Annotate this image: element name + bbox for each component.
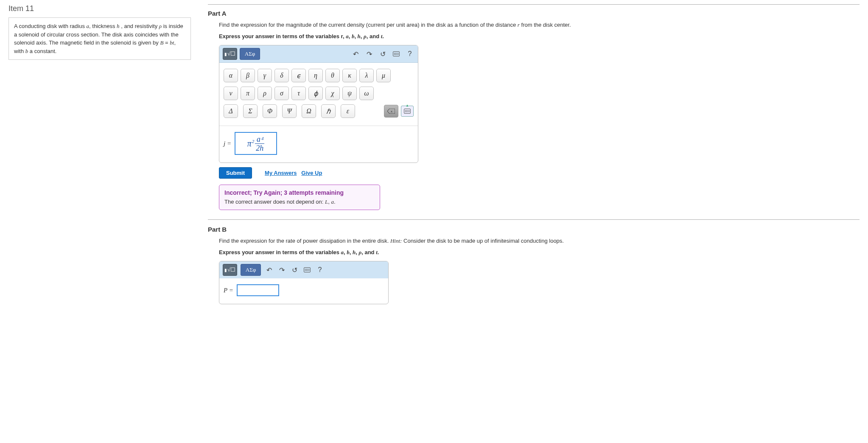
part-b-express: Express your answer in terms of the vari… (219, 249, 860, 256)
answer-label-a: j = (224, 140, 231, 147)
greek-char-button[interactable]: τ (291, 87, 306, 100)
answer-row-b: P = (219, 278, 388, 304)
divider (208, 219, 860, 220)
greek-palette: αβγδϵηθκλμ νπρστϕχψω ΔΣΦΨΩℏε x ▲ (219, 63, 418, 126)
greek-char-button[interactable]: ψ (342, 87, 357, 100)
reset-icon[interactable]: ↺ (290, 265, 299, 275)
answer-input-a[interactable]: π2 a 4 2h (235, 132, 277, 155)
answer-panel-a: ▮√☐ ΑΣφ ↶ ↷ ↺ ? αβγδϵηθκλμ νπρστϕχψω (219, 45, 418, 163)
part-a-heading: Part A (208, 10, 860, 17)
greek-char-button[interactable]: ω (359, 87, 374, 100)
answer-row-a: j = π2 a 4 2h (219, 126, 418, 163)
part-b-prompt: Find the expression for the rate of powe… (219, 237, 860, 245)
keyboard-icon[interactable] (392, 49, 401, 59)
answer-label-b: P = (224, 287, 233, 294)
greek-char-button[interactable]: Δ (224, 104, 238, 118)
svg-text:x: x (391, 109, 392, 113)
undo-icon[interactable]: ↶ (351, 49, 360, 59)
part-b-heading: Part B (208, 226, 860, 233)
greek-char-button[interactable]: Φ (263, 104, 277, 118)
greek-char-button[interactable]: γ (258, 69, 272, 82)
greek-char-button[interactable]: η (308, 69, 323, 82)
greek-char-button[interactable]: ε (341, 104, 355, 118)
greek-char-button[interactable]: ϵ (291, 69, 306, 82)
greek-char-button[interactable]: μ (376, 69, 391, 82)
equation-toolbar-b: ▮√☐ ΑΣφ ↶ ↷ ↺ ? (219, 261, 388, 278)
greek-char-button[interactable]: ϕ (308, 87, 323, 100)
greek-char-button[interactable]: σ (274, 87, 289, 100)
greek-char-button[interactable]: β (241, 69, 255, 82)
feedback-message: The correct answer does not depend on: L… (224, 199, 375, 205)
give-up-link[interactable]: Give Up (301, 170, 322, 176)
answer-panel-b: ▮√☐ ΑΣφ ↶ ↷ ↺ ? P = (219, 261, 389, 304)
greek-char-button[interactable]: κ (342, 69, 357, 82)
item-title: Item 11 (8, 4, 191, 13)
greek-char-button[interactable]: χ (325, 87, 340, 100)
greek-tab-button[interactable]: ΑΣφ (240, 48, 260, 60)
submit-button[interactable]: Submit (219, 167, 252, 179)
action-row-a: Submit My Answers Give Up (219, 167, 860, 179)
help-icon[interactable]: ? (315, 265, 325, 275)
greek-row-2: νπρστϕχψω (224, 87, 414, 100)
feedback-box: Incorrect; Try Again; 3 attempts remaini… (219, 185, 380, 210)
keyboard-icon[interactable] (302, 265, 312, 275)
greek-char-button[interactable]: ρ (258, 87, 272, 100)
greek-char-button[interactable]: δ (274, 69, 289, 82)
greek-char-button[interactable]: ℏ (321, 104, 336, 118)
greek-row-1: αβγδϵηθκλμ (224, 69, 414, 82)
part-a-express: Express your answer in terms of the vari… (219, 33, 860, 40)
greek-char-button[interactable]: α (224, 69, 238, 82)
my-answers-link[interactable]: My Answers (265, 170, 297, 176)
problem-statement: A conducting disk with radius a, thickne… (8, 17, 191, 60)
greek-char-button[interactable]: Ω (302, 104, 316, 118)
keyboard-toggle-button[interactable]: ▲ (401, 106, 414, 117)
greek-char-button[interactable]: λ (359, 69, 374, 82)
template-button[interactable]: ▮√☐ (223, 48, 237, 60)
greek-char-button[interactable]: θ (325, 69, 340, 82)
answer-input-b[interactable] (237, 284, 279, 296)
greek-char-button[interactable]: ν (224, 87, 238, 100)
greek-char-button[interactable]: Σ (243, 104, 258, 118)
reset-icon[interactable]: ↺ (378, 49, 387, 59)
greek-char-button[interactable]: π (241, 87, 255, 100)
help-icon[interactable]: ? (405, 49, 414, 59)
template-button[interactable]: ▮√☐ (223, 264, 237, 276)
greek-tab-button[interactable]: ΑΣφ (241, 264, 261, 276)
backspace-button[interactable]: x (384, 105, 398, 118)
part-a-prompt: Find the expression for the magnitude of… (219, 21, 860, 29)
redo-icon[interactable]: ↷ (277, 265, 286, 275)
equation-toolbar: ▮√☐ ΑΣφ ↶ ↷ ↺ ? (219, 45, 418, 63)
feedback-title: Incorrect; Try Again; 3 attempts remaini… (224, 189, 375, 196)
redo-icon[interactable]: ↷ (364, 49, 374, 59)
divider (208, 4, 860, 5)
undo-icon[interactable]: ↶ (264, 265, 274, 275)
greek-char-button[interactable]: Ψ (282, 104, 297, 118)
greek-row-3: ΔΣΦΨΩℏε x ▲ (224, 104, 414, 118)
